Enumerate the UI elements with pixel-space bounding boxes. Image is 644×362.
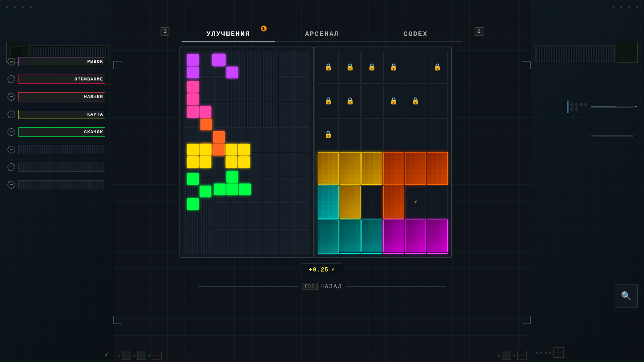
back-label: НАЗАД bbox=[320, 283, 342, 290]
item-label-navyki: НАВЫКИ bbox=[21, 94, 103, 99]
sidebar-item-karta[interactable]: − КАРТА bbox=[4, 107, 109, 122]
nav-key-right: 2 bbox=[475, 27, 483, 36]
item-bar-skachok: СКАЧОК bbox=[18, 127, 105, 137]
nav-badge-uluchsheniya: 1 bbox=[261, 26, 267, 31]
minus-btn-karta[interactable]: − bbox=[8, 111, 15, 118]
minus-btn-ryvok[interactable]: − bbox=[8, 58, 15, 65]
slider-1-track[interactable] bbox=[591, 106, 633, 108]
deco-icon-r3: ✕ bbox=[626, 4, 633, 10]
bottom-right-deco: ✕ ✕ ✕ ✕ bbox=[535, 347, 564, 358]
tetris-piece-yellow2[interactable] bbox=[226, 144, 250, 168]
sidebar-item-skachok[interactable]: − СКАЧОК bbox=[4, 125, 109, 139]
deco-x-br1: ✕ bbox=[535, 350, 538, 355]
nav-key-left: 1 bbox=[161, 27, 169, 36]
right-grid-cells: 🔒 🔒 🔒 🔒 🔒 🔒 🔒 🔒 🔒 🔒 ✕ ✕ bbox=[318, 51, 448, 254]
sidebar-item-empty1: − bbox=[4, 142, 109, 157]
item-bar-karta: КАРТА bbox=[18, 110, 105, 119]
deco-box-tr bbox=[617, 42, 638, 63]
corner-arrow-left: ↙ bbox=[104, 349, 109, 358]
tab-uluchsheniya[interactable]: Улучшения 1 bbox=[182, 27, 275, 42]
grid-panel-left[interactable]: ✕ ✕ bbox=[179, 47, 314, 258]
energy-display: +0.25 ⚡ bbox=[302, 263, 342, 276]
panels-container: ✕ ✕ bbox=[179, 47, 465, 258]
deco-icon-4: ✕ bbox=[27, 4, 34, 10]
slider-1: − bbox=[567, 101, 638, 113]
sidebar-item-navyki[interactable]: − НАВЫКИ bbox=[4, 90, 109, 104]
item-bar-empty3 bbox=[18, 180, 105, 189]
tetris-piece-purple2[interactable] bbox=[214, 54, 238, 91]
minus-btn-navyki[interactable]: − bbox=[8, 93, 15, 101]
magnifier-box[interactable]: 🔍 bbox=[615, 284, 638, 308]
tab-codex[interactable]: CODEx bbox=[369, 27, 462, 42]
deco-mini-grid-br bbox=[553, 347, 564, 358]
magnifier-icon: 🔍 bbox=[621, 291, 631, 301]
sidebar-left: ✕ ✕ ✕ ✕ − РЫВОК − ОТБИВАНИЕ − НАВЫКИ bbox=[0, 0, 113, 362]
slider-2: − bbox=[587, 130, 638, 142]
minus-btn-skachok[interactable]: − bbox=[8, 128, 15, 136]
minus-btn-empty1: − bbox=[8, 146, 15, 153]
slider-1-indicator bbox=[567, 101, 569, 113]
deco-icon-r4: ✕ bbox=[634, 4, 641, 10]
back-line-left bbox=[198, 286, 299, 287]
deco-x-br2: ✕ bbox=[540, 350, 543, 355]
grid-panel-right[interactable]: 🔒 🔒 🔒 🔒 🔒 🔒 🔒 🔒 🔒 🔒 ✕ ✕ bbox=[314, 47, 452, 258]
item-label-otbivanie: ОТБИВАНИЕ bbox=[21, 77, 103, 82]
back-bar: Esc НАЗАД bbox=[198, 283, 446, 290]
deco-icon-1: ✕ bbox=[3, 4, 10, 10]
deco-icon-3: ✕ bbox=[19, 4, 26, 10]
sidebar-top-icons: ✕ ✕ ✕ ✕ bbox=[3, 4, 34, 10]
item-label-karta: КАРТА bbox=[21, 112, 103, 117]
slider-2-track[interactable] bbox=[591, 135, 633, 137]
slider-1-fill bbox=[591, 106, 616, 107]
minus-btn-otbivanie[interactable]: − bbox=[8, 75, 15, 83]
item-bar-navyki: НАВЫКИ bbox=[18, 92, 105, 101]
deco-icon-r2: ✕ bbox=[618, 4, 625, 10]
sidebar-item-empty2: − bbox=[4, 160, 109, 174]
deco-icon-r1: ✕ bbox=[610, 4, 617, 10]
energy-value: +0.25 bbox=[309, 266, 329, 273]
deco-x-br3: ✕ bbox=[544, 350, 547, 355]
slider-2-minus[interactable]: − bbox=[634, 133, 638, 140]
item-bar-empty1 bbox=[18, 145, 105, 154]
deco-x-br4: ✕ bbox=[549, 350, 552, 355]
back-button[interactable]: Esc НАЗАД bbox=[302, 283, 342, 290]
right-controls: − − bbox=[531, 101, 638, 142]
item-bar-otbivanie: ОТБИВАНИЕ bbox=[18, 75, 105, 84]
key-esc: Esc bbox=[302, 283, 318, 290]
deco-icon-2: ✕ bbox=[11, 4, 18, 10]
item-bar-ryvok: РЫВОК bbox=[18, 57, 105, 66]
energy-icon: ⚡ bbox=[331, 266, 335, 273]
item-bar-empty2 bbox=[18, 163, 105, 172]
minus-btn-empty2: − bbox=[8, 163, 15, 171]
main-content: 1 Улучшения 1 Арсенал CODEx 2 ✕ bbox=[113, 0, 531, 362]
slider-1-minus[interactable]: − bbox=[634, 103, 638, 110]
sidebar-item-otbivanie[interactable]: − ОТБИВАНИЕ bbox=[4, 72, 109, 86]
slider-1-dots bbox=[570, 103, 587, 111]
tetris-piece-pink[interactable] bbox=[187, 81, 211, 118]
tetris-piece-green[interactable] bbox=[187, 173, 211, 210]
sidebar-item-ryvok[interactable]: − РЫВОК bbox=[4, 54, 109, 69]
tab-arsenal[interactable]: Арсенал bbox=[275, 27, 369, 42]
sidebar-item-empty3: − bbox=[4, 178, 109, 192]
tetris-piece-yellow1[interactable] bbox=[187, 144, 211, 168]
sidebar-right-display-top bbox=[535, 45, 615, 62]
back-line-right bbox=[345, 286, 446, 287]
top-nav: 1 Улучшения 1 Арсенал CODEx 2 bbox=[182, 27, 462, 42]
sidebar-right: ✕ ✕ ✕ ✕ bbox=[531, 0, 644, 362]
tetris-piece-green2[interactable] bbox=[214, 171, 251, 195]
sidebar-right-top-icons: ✕ ✕ ✕ ✕ bbox=[610, 4, 641, 10]
bottom-bar: +0.25 ⚡ bbox=[302, 263, 342, 276]
item-label-skachok: СКАЧОК bbox=[21, 129, 103, 134]
item-label-ryvok: РЫВОК bbox=[21, 59, 103, 64]
minus-btn-empty3: − bbox=[8, 181, 15, 189]
